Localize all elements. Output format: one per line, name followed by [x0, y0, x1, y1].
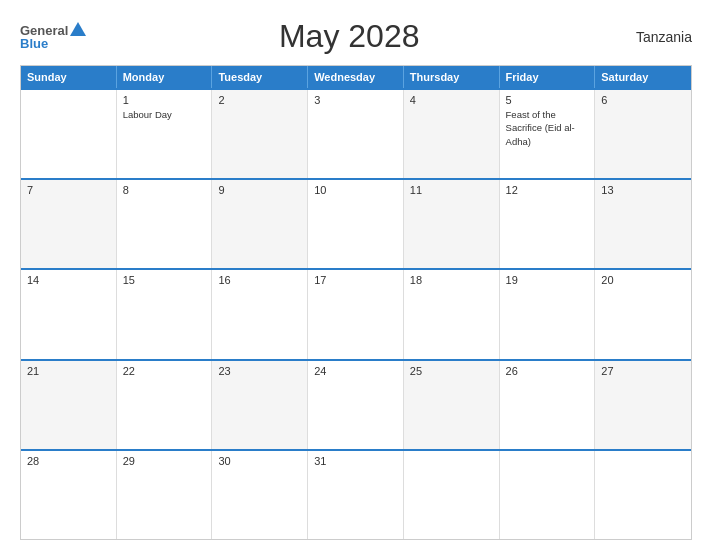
- cell-w2-thu: 11: [404, 180, 500, 268]
- cell-w3-thu: 18: [404, 270, 500, 358]
- week-3: 14 15 16 17 18 19 20: [21, 268, 691, 358]
- calendar-header-row: Sunday Monday Tuesday Wednesday Thursday…: [21, 66, 691, 88]
- cell-w2-tue: 9: [212, 180, 308, 268]
- cell-w5-sun: 28: [21, 451, 117, 539]
- cell-w2-wed: 10: [308, 180, 404, 268]
- page: General Blue May 2028 Tanzania Sunday Mo…: [0, 0, 712, 550]
- cell-w4-sun: 21: [21, 361, 117, 449]
- cell-w1-thu: 4: [404, 90, 500, 178]
- cell-w3-sun: 14: [21, 270, 117, 358]
- cell-w3-mon: 15: [117, 270, 213, 358]
- cell-w1-fri: 5 Feast of the Sacrifice (Eid al-Adha): [500, 90, 596, 178]
- day-27: 27: [601, 365, 685, 377]
- day-21: 21: [27, 365, 110, 377]
- logo-triangle-icon: [70, 22, 86, 36]
- day-1: 1: [123, 94, 206, 106]
- day-23: 23: [218, 365, 301, 377]
- col-friday: Friday: [500, 66, 596, 88]
- cell-w5-sat: [595, 451, 691, 539]
- week-2: 7 8 9 10 11 12 13: [21, 178, 691, 268]
- cell-w1-sat: 6: [595, 90, 691, 178]
- cell-w5-mon: 29: [117, 451, 213, 539]
- day-4: 4: [410, 94, 493, 106]
- day-14: 14: [27, 274, 110, 286]
- calendar-title: May 2028: [86, 18, 612, 55]
- day-7: 7: [27, 184, 110, 196]
- week-5: 28 29 30 31: [21, 449, 691, 539]
- col-sunday: Sunday: [21, 66, 117, 88]
- day-12: 12: [506, 184, 589, 196]
- day-17: 17: [314, 274, 397, 286]
- week-4: 21 22 23 24 25 26 27: [21, 359, 691, 449]
- event-eid: Feast of the Sacrifice (Eid al-Adha): [506, 109, 575, 147]
- cell-w5-thu: [404, 451, 500, 539]
- calendar: Sunday Monday Tuesday Wednesday Thursday…: [20, 65, 692, 540]
- col-monday: Monday: [117, 66, 213, 88]
- cell-w4-sat: 27: [595, 361, 691, 449]
- day-28: 28: [27, 455, 110, 467]
- cell-w5-wed: 31: [308, 451, 404, 539]
- cell-w4-tue: 23: [212, 361, 308, 449]
- cell-w1-sun: [21, 90, 117, 178]
- day-31: 31: [314, 455, 397, 467]
- day-13: 13: [601, 184, 685, 196]
- day-18: 18: [410, 274, 493, 286]
- day-25: 25: [410, 365, 493, 377]
- day-3: 3: [314, 94, 397, 106]
- day-29: 29: [123, 455, 206, 467]
- cell-w3-tue: 16: [212, 270, 308, 358]
- cell-w3-sat: 20: [595, 270, 691, 358]
- cell-w2-mon: 8: [117, 180, 213, 268]
- header: General Blue May 2028 Tanzania: [20, 18, 692, 55]
- col-wednesday: Wednesday: [308, 66, 404, 88]
- cell-w2-fri: 12: [500, 180, 596, 268]
- cell-w5-fri: [500, 451, 596, 539]
- calendar-body: 1 Labour Day 2 3 4 5 Feast of the Sacrif…: [21, 88, 691, 539]
- cell-w3-wed: 17: [308, 270, 404, 358]
- cell-w4-mon: 22: [117, 361, 213, 449]
- cell-w1-tue: 2: [212, 90, 308, 178]
- day-9: 9: [218, 184, 301, 196]
- day-6: 6: [601, 94, 685, 106]
- cell-w1-mon: 1 Labour Day: [117, 90, 213, 178]
- day-8: 8: [123, 184, 206, 196]
- cell-w5-tue: 30: [212, 451, 308, 539]
- cell-w2-sun: 7: [21, 180, 117, 268]
- day-19: 19: [506, 274, 589, 286]
- cell-w1-wed: 3: [308, 90, 404, 178]
- week-1: 1 Labour Day 2 3 4 5 Feast of the Sacrif…: [21, 88, 691, 178]
- col-saturday: Saturday: [595, 66, 691, 88]
- day-11: 11: [410, 184, 493, 196]
- cell-w3-fri: 19: [500, 270, 596, 358]
- country-label: Tanzania: [612, 29, 692, 45]
- logo-general-text: General: [20, 24, 68, 37]
- col-thursday: Thursday: [404, 66, 500, 88]
- day-20: 20: [601, 274, 685, 286]
- cell-w2-sat: 13: [595, 180, 691, 268]
- cell-w4-wed: 24: [308, 361, 404, 449]
- logo: General Blue: [20, 24, 86, 50]
- day-26: 26: [506, 365, 589, 377]
- day-16: 16: [218, 274, 301, 286]
- col-tuesday: Tuesday: [212, 66, 308, 88]
- cell-w4-thu: 25: [404, 361, 500, 449]
- day-5: 5: [506, 94, 589, 106]
- logo-blue-text: Blue: [20, 37, 48, 50]
- day-24: 24: [314, 365, 397, 377]
- day-22: 22: [123, 365, 206, 377]
- day-30: 30: [218, 455, 301, 467]
- cell-w4-fri: 26: [500, 361, 596, 449]
- day-10: 10: [314, 184, 397, 196]
- day-15: 15: [123, 274, 206, 286]
- day-2: 2: [218, 94, 301, 106]
- event-labour-day: Labour Day: [123, 109, 172, 120]
